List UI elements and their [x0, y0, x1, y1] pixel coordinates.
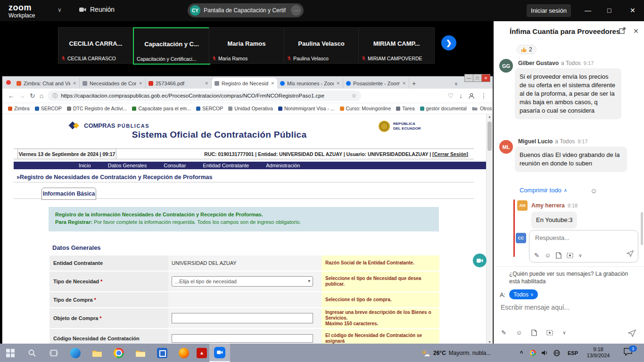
bookmark-item[interactable]: Tarea [396, 106, 414, 111]
bookmark-item[interactable]: SERCOP [35, 106, 62, 111]
add-reaction-icon[interactable]: ☺ [590, 187, 597, 195]
reply-input[interactable] [534, 234, 630, 242]
chevron-down-icon[interactable]: ∨ [578, 253, 582, 258]
browser-tab[interactable]: Zimbra: Chat and Video ✕ [14, 78, 80, 89]
chevron-down-icon[interactable]: ∨ [562, 330, 566, 335]
codigo-necesidad-input[interactable] [172, 334, 313, 343]
browser-tab[interactable]: Posasistente - Zoom ✕ [343, 78, 409, 89]
sign-in-button[interactable]: Iniciar sesión [527, 4, 571, 17]
chevron-down-icon[interactable]: ∨ [58, 7, 62, 13]
bookmark-item[interactable]: Capacitate para el em... [132, 106, 190, 111]
chrome-app[interactable] [108, 344, 129, 362]
tray-chrome-icon[interactable] [528, 344, 537, 362]
bookmark-item[interactable]: gestor documental [420, 106, 467, 111]
bookmark-item[interactable]: Curso: Movingonline [340, 106, 391, 111]
shared-restore-icon[interactable]: □ [473, 74, 482, 82]
collapse-thread-link[interactable]: Comprimir todo ∧ [520, 187, 567, 194]
language-indicator[interactable]: ESP [566, 344, 580, 362]
participant-tile[interactable]: CECILIA CARRA... CECILIA CARRASCO [58, 27, 133, 64]
shared-close-icon[interactable]: ✕ [481, 74, 490, 82]
logout-link[interactable]: Cerrar Sesión [434, 151, 467, 157]
participant-tile[interactable]: Maria Ramos Maria Ramos [209, 27, 284, 64]
recipient-selector[interactable]: Todos ∨ [509, 289, 538, 299]
close-tab-icon[interactable]: ✕ [336, 81, 340, 86]
bookmark-item[interactable]: Zimbra [8, 106, 30, 111]
clock[interactable]: 9:18 13/9/2024 [584, 346, 613, 359]
bookmark-star-icon[interactable]: ☆ [351, 92, 356, 99]
bookmark-item[interactable]: SERCOP [196, 106, 223, 111]
downloads-icon[interactable]: ↓ [459, 92, 462, 99]
nav-item-entidad-contratante[interactable]: Entidad Contratante [203, 163, 249, 168]
message-composer[interactable] [500, 303, 636, 312]
reload-icon[interactable]: ↻ [30, 92, 35, 99]
favorites-icon[interactable]: ♡ [447, 92, 454, 99]
format-text-icon[interactable]: ✎ [534, 252, 539, 259]
attach-file-icon[interactable] [556, 252, 561, 259]
emoji-icon[interactable]: ☺ [516, 329, 522, 336]
file-explorer-app[interactable] [130, 344, 151, 362]
menu-kebab-icon[interactable]: ⋮ [480, 92, 487, 99]
back-icon[interactable]: ← [8, 92, 15, 99]
nav-item-datos-generales[interactable]: Datos Generales [108, 163, 147, 168]
close-chat-icon[interactable]: ✕ [633, 27, 639, 35]
site-info-icon[interactable]: ⓘ [52, 92, 58, 99]
nav-item-consultar[interactable]: Consultar [164, 163, 186, 168]
edge-app[interactable] [65, 344, 86, 362]
tipo-de-necesidad-select[interactable]: ...Elija el tipo de necesidad▾ [172, 276, 313, 287]
send-message-icon[interactable] [627, 329, 636, 339]
tab-informacion-basica[interactable]: Información Básica [41, 188, 96, 200]
nav-item-inicio[interactable]: Inicio [79, 163, 91, 168]
objeto-de-compra-input[interactable] [172, 313, 313, 323]
volume-icon[interactable] [539, 344, 550, 362]
tab-meeting[interactable]: Reunión [79, 6, 115, 13]
close-tab-icon[interactable]: ✕ [73, 81, 76, 86]
bookmark-item[interactable]: Nonimmigrant Visa - ... [278, 106, 335, 111]
chat-scrollbar[interactable] [641, 212, 643, 245]
reply-composer[interactable]: ✎ ☺ ∨ [529, 230, 638, 263]
forward-icon[interactable]: → [19, 92, 25, 99]
emoji-icon[interactable]: ☺ [545, 252, 551, 259]
browser-tab[interactable]: 2573466.pdf ✕ [146, 78, 212, 89]
screen-share-pill[interactable]: CY Pantalla de Capacitación y Certif ··· [188, 3, 304, 17]
search-button[interactable] [22, 344, 42, 362]
minimize-icon[interactable]: — [585, 7, 591, 14]
participant-tile-active-speaker[interactable]: Capacitación y C... Capacitación y Certi… [133, 27, 210, 65]
task-view-button[interactable] [43, 344, 64, 362]
camera-overlay-button[interactable] [472, 253, 487, 268]
close-tab-icon[interactable]: ✕ [271, 81, 274, 86]
folder-app[interactable] [87, 344, 107, 362]
participant-tile[interactable]: Paulina Velasco Paulina Velasco [284, 27, 359, 64]
tab-search-icon[interactable]: ∨ [454, 81, 458, 86]
other-bookmarks[interactable]: Otros marcadores [472, 106, 493, 111]
network-icon[interactable] [552, 344, 562, 362]
url-text[interactable]: https://capacitacion.compraspublicas.gob… [61, 93, 348, 99]
close-tab-icon[interactable]: ✕ [139, 81, 142, 86]
next-participants-button[interactable]: ❯ [441, 35, 456, 50]
close-tab-icon[interactable]: ✕ [402, 81, 406, 86]
notification-center[interactable]: 3 [623, 347, 636, 358]
home-icon[interactable]: ⌂ [40, 92, 43, 99]
blue-app[interactable] [152, 344, 173, 362]
send-reply-icon[interactable] [626, 249, 634, 259]
weather-widget[interactable]: ☀ ☁ 26°C Mayorm. nubla... [421, 344, 491, 362]
participant-tile[interactable]: MIRIAM CAMP... MIRIAM CAMPOVERDE [358, 27, 435, 64]
url-box[interactable]: ⓘ https://capacitacion.compraspublicas.g… [48, 90, 361, 101]
more-options-icon[interactable]: ··· [291, 5, 301, 16]
screenshot-icon[interactable] [567, 253, 573, 258]
pop-out-icon[interactable] [619, 27, 626, 36]
format-text-icon[interactable]: ✎ [501, 329, 506, 336]
close-tab-icon[interactable]: ✕ [205, 81, 208, 86]
nav-item-administracion[interactable]: Administración [266, 163, 300, 168]
bookmark-item[interactable]: Unidad Operativa [228, 106, 273, 111]
screenshot-icon[interactable] [546, 330, 553, 336]
attach-file-icon[interactable] [531, 329, 537, 336]
close-icon[interactable]: ✕ [630, 7, 636, 14]
zoom-app-active[interactable] [209, 344, 230, 362]
bookmark-item[interactable]: DTC Registro de Activi... [67, 106, 127, 111]
page-scrollbar[interactable]: ▲ ▼ [486, 114, 493, 345]
reaction-badge[interactable]: 2 [517, 45, 537, 54]
browser-tab-active[interactable]: Registro de Necesidade... ✕ [212, 78, 277, 89]
maximize-icon[interactable]: □ [607, 7, 611, 14]
profile-icon[interactable] [468, 92, 475, 99]
browser-tab[interactable]: Necesidades de Contrat... ✕ [80, 78, 146, 89]
